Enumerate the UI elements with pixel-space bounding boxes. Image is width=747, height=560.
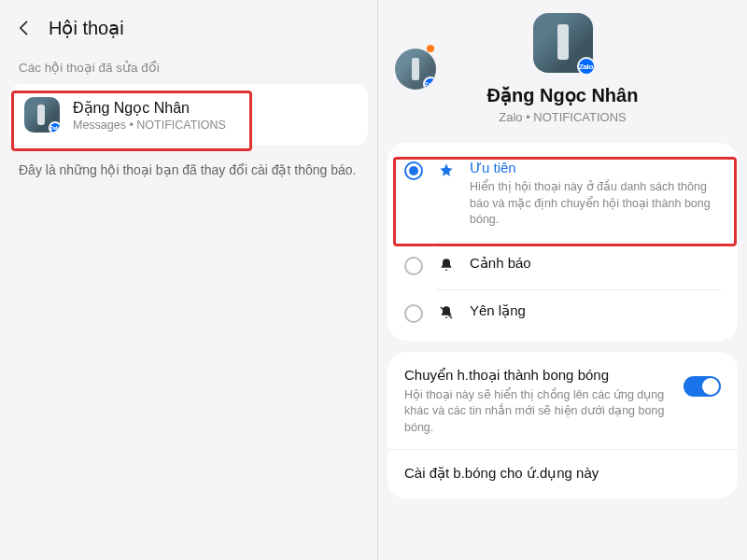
bell-icon (438, 258, 455, 276)
header: Hội thoại (0, 0, 377, 52)
page-title: Hội thoại (49, 17, 124, 39)
option-title: Cảnh báo (470, 255, 721, 272)
conversation-list-panel: Hội thoại Các hội thoại đã sửa đổi Zalo … (0, 0, 378, 560)
bubble-toggle-title: Chuyển h.thoại thành bong bóng (404, 367, 672, 384)
option-description: Hiển thị hội thoại này ở đầu danh sách t… (470, 179, 721, 229)
avatar-secondary: Zalo (395, 49, 436, 90)
notification-options-card: Ưu tiên Hiển thị hội thoại này ở đầu dan… (388, 143, 738, 341)
option-body: Ưu tiên Hiển thị hội thoại này ở đầu dan… (470, 160, 721, 229)
section-description: Đây là những hội thoại bạn đã thay đổi c… (0, 146, 377, 194)
bubble-row-text: Chuyển h.thoại thành bong bóng Hội thoại… (404, 367, 672, 437)
zalo-badge-icon: Zalo (49, 121, 60, 133)
radio-icon[interactable] (404, 257, 423, 275)
bell-off-icon (438, 305, 455, 324)
section-label: Các hội thoại đã sửa đổi (0, 52, 377, 84)
zalo-badge-icon: Zalo (577, 57, 596, 76)
avatar-primary-wrap: Zalo (533, 13, 593, 73)
bubble-toggle-description: Hội thoại này sẽ hiển thị chồng lên các … (404, 387, 672, 437)
option-body: Yên lặng (470, 302, 721, 319)
avatar: Zalo (24, 97, 60, 133)
bubble-toggle-row[interactable]: Chuyển h.thoại thành bong bóng Hội thoại… (388, 354, 738, 450)
star-icon (438, 162, 455, 181)
option-title: Yên lặng (470, 302, 721, 319)
bubble-toggle-switch[interactable] (684, 376, 721, 397)
option-body: Cảnh báo (470, 255, 721, 272)
conversation-name: Đặng Ngọc Nhân (73, 99, 226, 117)
conversation-item[interactable]: Zalo Đặng Ngọc Nhân Messages • NOTIFICAT… (9, 84, 368, 146)
option-silent[interactable]: Yên lặng (388, 289, 738, 337)
conversation-sub: Messages • NOTIFICATIONS (73, 119, 226, 132)
contact-sub: Zalo • NOTIFICATIONS (378, 110, 747, 124)
option-alert[interactable]: Cảnh báo (388, 242, 738, 289)
contact-name: Đặng Ngọc Nhân (378, 84, 747, 106)
bubble-settings-card: Chuyển h.thoại thành bong bóng Hội thoại… (388, 352, 738, 499)
option-title: Ưu tiên (470, 160, 721, 176)
radio-icon[interactable] (404, 304, 423, 323)
conversation-text: Đặng Ngọc Nhân Messages • NOTIFICATIONS (73, 99, 226, 132)
bubble-app-settings-row[interactable]: Cài đặt b.bóng cho ứ.dụng này (388, 449, 738, 497)
back-icon[interactable] (15, 19, 34, 37)
profile-header: Zalo Zalo Đặng Ngọc Nhân Zalo • NOTIFICA… (378, 0, 747, 143)
status-dot-icon (427, 45, 434, 52)
conversation-detail-panel: Zalo Zalo Đặng Ngọc Nhân Zalo • NOTIFICA… (378, 0, 747, 560)
option-priority[interactable]: Ưu tiên Hiển thị hội thoại này ở đầu dan… (388, 147, 738, 242)
radio-icon[interactable] (404, 161, 423, 180)
